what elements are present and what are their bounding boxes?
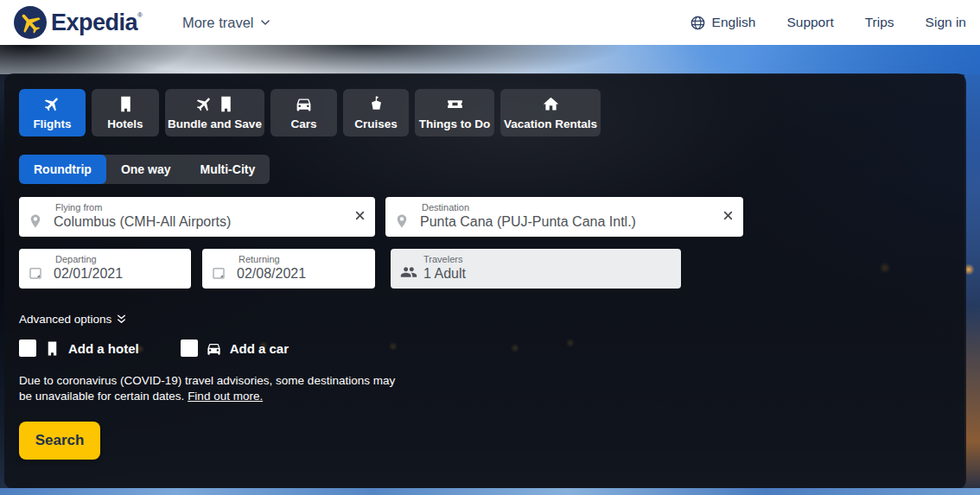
airplane-icon	[40, 92, 66, 117]
advanced-options-toggle[interactable]: Advanced options	[19, 313, 127, 326]
expedia-logo-icon	[14, 6, 47, 39]
search-button[interactable]: Search	[19, 422, 100, 460]
returning-input[interactable]	[237, 266, 346, 282]
tab-multi-city[interactable]: Multi-City	[185, 155, 270, 184]
flying-from-input[interactable]	[54, 214, 346, 230]
add-car-label: Add a car	[230, 341, 289, 356]
tab-one-way[interactable]: One way	[106, 155, 186, 184]
chevron-down-icon	[259, 16, 271, 29]
header-nav: English Support Trips Sign in	[690, 15, 966, 31]
building-icon	[44, 340, 60, 357]
close-icon	[354, 210, 366, 221]
building-icon	[117, 95, 135, 113]
expedia-homepage: Expedia ® More travel English Support Tr…	[0, 0, 980, 495]
advanced-options-label: Advanced options	[19, 313, 111, 326]
departing-field: Departing	[19, 249, 191, 289]
add-car-option[interactable]: Add a car	[181, 340, 289, 357]
location-pin-icon	[394, 213, 410, 229]
nav-support[interactable]: Support	[786, 15, 833, 30]
clear-destination-button[interactable]	[722, 210, 735, 223]
expedia-logo[interactable]: Expedia ®	[14, 6, 143, 39]
tab-cars[interactable]: Cars	[270, 89, 337, 136]
returning-label: Returning	[239, 254, 280, 264]
globe-icon	[690, 15, 706, 31]
addon-options: Add a hotel Add a car	[19, 340, 289, 357]
nav-trips[interactable]: Trips	[865, 15, 894, 30]
close-icon	[722, 210, 734, 221]
water-reflection-strip	[0, 488, 980, 495]
more-travel-menu[interactable]: More travel	[182, 15, 272, 31]
logo-wordmark: Expedia	[51, 10, 137, 36]
tab-roundtrip[interactable]: Roundtrip	[19, 155, 106, 184]
travelers-field[interactable]: Travelers 1 Adult	[391, 249, 681, 289]
airplane-icon	[191, 92, 217, 117]
tab-cruises[interactable]: Cruises	[343, 89, 409, 136]
tab-hotels[interactable]: Hotels	[92, 89, 159, 136]
tab-things-to-do[interactable]: Things to Do	[415, 89, 494, 136]
destination-input[interactable]	[420, 214, 714, 230]
hero-background: Flights Hotels Bundle and Save Cars	[0, 45, 980, 495]
product-tabs: Flights Hotels Bundle and Save Cars	[19, 89, 601, 136]
destination-label: Destination	[422, 202, 469, 213]
find-out-more-link[interactable]: Find out more.	[188, 390, 263, 403]
destination-field: Destination	[385, 197, 743, 237]
travelers-value: 1 Adult	[423, 266, 466, 282]
building-icon	[217, 95, 235, 113]
car-icon	[295, 95, 313, 113]
returning-field: Returning	[202, 249, 375, 289]
registered-mark: ®	[137, 11, 143, 19]
ticket-icon	[446, 95, 464, 113]
clear-flying-from-button[interactable]	[353, 210, 366, 223]
language-selector[interactable]: English	[690, 15, 756, 31]
flying-from-field: Flying from	[19, 197, 375, 237]
add-hotel-option[interactable]: Add a hotel	[19, 340, 139, 357]
flight-search-panel: Flights Hotels Bundle and Save Cars	[4, 73, 966, 489]
ship-icon	[367, 95, 385, 113]
add-hotel-checkbox[interactable]	[19, 340, 36, 357]
add-car-checkbox[interactable]	[181, 340, 198, 357]
tab-flights[interactable]: Flights	[19, 89, 86, 136]
car-icon	[206, 340, 222, 357]
double-chevron-down-icon	[116, 314, 127, 325]
language-label: English	[712, 15, 756, 30]
top-nav-bar: Expedia ® More travel English Support Tr…	[0, 0, 980, 45]
airplane-icon	[12, 4, 48, 41]
location-pin-icon	[28, 213, 43, 229]
calendar-icon	[211, 265, 226, 281]
covid-advisory-text: Due to coronavirus (COVID-19) travel adv…	[19, 373, 410, 405]
house-icon	[542, 95, 560, 113]
more-travel-label: More travel	[182, 15, 254, 31]
departing-label: Departing	[55, 254, 97, 264]
flying-from-label: Flying from	[55, 202, 102, 213]
departing-input[interactable]	[54, 266, 162, 282]
tab-vacation-rentals[interactable]: Vacation Rentals	[500, 89, 601, 136]
nav-sign-in[interactable]: Sign in	[926, 15, 966, 30]
travelers-icon	[400, 263, 417, 281]
add-hotel-label: Add a hotel	[68, 341, 139, 356]
trip-type-tabs: Roundtrip One way Multi-City	[19, 155, 270, 184]
calendar-icon	[28, 265, 43, 281]
tab-bundle-and-save[interactable]: Bundle and Save	[165, 89, 264, 136]
travelers-label: Travelers	[423, 254, 462, 264]
